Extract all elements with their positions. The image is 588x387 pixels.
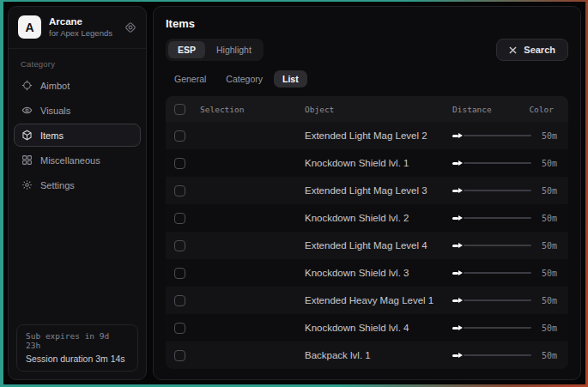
- slider-thumb[interactable]: [452, 190, 458, 192]
- screen-frame: A Arcane for Apex Legends Category: [0, 0, 588, 387]
- column-header-selection: Selection: [200, 105, 305, 114]
- sidebar-item-aimbot[interactable]: Aimbot: [14, 74, 141, 97]
- table-row: Backpack lvl. 1 50m: [166, 342, 568, 369]
- sidebar-item-miscellaneous[interactable]: Miscellaneous: [14, 148, 141, 172]
- row-checkbox[interactable]: [174, 185, 185, 197]
- slider-thumb[interactable]: [452, 354, 458, 357]
- mode-switch: ESP Highlight: [166, 39, 264, 61]
- eye-icon: [21, 105, 33, 116]
- row-checkbox[interactable]: [174, 158, 185, 169]
- distance-value: 50m: [542, 296, 557, 305]
- app-logo: A: [18, 15, 41, 39]
- tab-highlight[interactable]: Highlight: [207, 41, 261, 58]
- sidebar-item-visuals[interactable]: Visuals: [14, 99, 141, 122]
- slider-track[interactable]: [464, 162, 531, 164]
- sidebar-header: A Arcane for Apex Legends: [9, 7, 146, 49]
- tab-category[interactable]: Category: [217, 70, 271, 88]
- object-name: Extended Light Mag Level 4: [305, 240, 452, 251]
- distance-value: 50m: [542, 241, 557, 251]
- distance-value: 50m: [542, 214, 557, 223]
- distance-slider[interactable]: [452, 270, 531, 275]
- category-label: Category: [9, 49, 146, 73]
- slider-track[interactable]: [464, 217, 531, 219]
- slider-track[interactable]: [464, 190, 531, 191]
- object-name: Knockdown Shield lvl. 3: [305, 268, 452, 278]
- slider-thumb[interactable]: [452, 272, 458, 275]
- row-checkbox[interactable]: [174, 213, 185, 224]
- slider-track[interactable]: [464, 299, 531, 301]
- distance-value: 50m: [542, 131, 557, 141]
- slider-track[interactable]: [464, 354, 531, 356]
- slider-thumb[interactable]: [452, 162, 458, 165]
- table-row: Knockdown Shield lvl. 3 50m: [166, 259, 568, 287]
- slider-thumb[interactable]: [452, 299, 458, 302]
- row-checkbox[interactable]: [174, 323, 185, 334]
- row-checkbox[interactable]: [174, 268, 185, 279]
- grid-icon: [21, 154, 33, 166]
- slider-track[interactable]: [464, 245, 531, 246]
- sidebar-item-label: Items: [40, 130, 64, 141]
- sidebar-item-settings[interactable]: Settings: [14, 173, 141, 197]
- table-row: Knockdown Shield lvl. 2 50m: [166, 204, 568, 232]
- distance-slider[interactable]: [452, 353, 531, 358]
- distance-slider[interactable]: [452, 188, 531, 193]
- slider-track[interactable]: [464, 135, 531, 136]
- object-name: Backpack lvl. 1: [305, 350, 452, 360]
- slider-thumb[interactable]: [452, 327, 458, 330]
- table-row: Knockdown Shield lvl. 4 50m: [166, 314, 568, 342]
- row-checkbox[interactable]: [174, 240, 185, 251]
- main-panel: Items ESP Highlight Search General Categ…: [153, 6, 581, 380]
- row-checkbox[interactable]: [174, 295, 185, 306]
- tab-list[interactable]: List: [274, 70, 307, 88]
- controls-row: ESP Highlight Search: [166, 39, 568, 61]
- app-window: A Arcane for Apex Legends Category: [3, 2, 585, 384]
- row-checkbox[interactable]: [174, 350, 185, 361]
- page-title: Items: [166, 17, 568, 30]
- table-row: Knockdown Shield lvl. 1 50m: [166, 149, 568, 177]
- distance-slider[interactable]: [452, 298, 531, 303]
- slider-track[interactable]: [464, 272, 531, 274]
- slider-thumb-head: [458, 243, 463, 248]
- tab-general[interactable]: General: [166, 70, 215, 88]
- gear-icon: [21, 179, 33, 190]
- slider-thumb-head: [458, 133, 463, 138]
- subscription-expiry: Sub expires in 9d 23h: [26, 331, 129, 350]
- table-body: Extended Light Mag Level 2 50m Knockdown…: [166, 122, 568, 369]
- sidebar-item-label: Settings: [40, 180, 75, 190]
- column-header-distance: Distance: [452, 105, 527, 114]
- session-info-box: Sub expires in 9d 23h Session duration 3…: [16, 324, 138, 372]
- table-row: Extended Heavy Mag Level 1 50m: [166, 287, 568, 314]
- distance-slider[interactable]: [452, 160, 531, 166]
- slider-thumb-head: [458, 188, 463, 193]
- row-checkbox[interactable]: [174, 130, 185, 142]
- search-button[interactable]: Search: [496, 39, 568, 61]
- distance-value: 50m: [542, 351, 557, 360]
- slider-thumb[interactable]: [452, 217, 458, 220]
- table-header: Selection Object Distance Color: [166, 96, 568, 122]
- select-all-checkbox[interactable]: [174, 104, 185, 115]
- column-header-color: Color: [527, 105, 561, 114]
- emblem-icon[interactable]: [124, 21, 136, 33]
- slider-thumb-head: [458, 215, 463, 221]
- slider-thumb[interactable]: [452, 135, 458, 137]
- sidebar: A Arcane for Apex Legends Category: [8, 6, 147, 380]
- distance-value: 50m: [542, 186, 557, 196]
- object-name: Extended Heavy Mag Level 1: [305, 295, 452, 305]
- slider-track[interactable]: [464, 327, 531, 329]
- sidebar-nav: Aimbot Visuals Items: [9, 73, 146, 197]
- object-name: Extended Light Mag Level 3: [305, 185, 452, 196]
- distance-slider[interactable]: [452, 215, 531, 221]
- distance-slider[interactable]: [452, 133, 531, 138]
- distance-slider[interactable]: [452, 325, 531, 330]
- slider-thumb-head: [458, 298, 463, 303]
- distance-slider[interactable]: [452, 243, 531, 248]
- slider-thumb[interactable]: [452, 245, 458, 247]
- sidebar-item-label: Visuals: [40, 106, 70, 116]
- app-subtitle: for Apex Legends: [49, 28, 112, 38]
- box-icon: [21, 130, 33, 141]
- sidebar-item-label: Miscellaneous: [40, 155, 100, 166]
- slider-thumb-head: [458, 353, 463, 358]
- sidebar-item-items[interactable]: Items: [14, 124, 141, 147]
- object-name: Knockdown Shield lvl. 2: [305, 213, 452, 223]
- tab-esp[interactable]: ESP: [168, 41, 205, 58]
